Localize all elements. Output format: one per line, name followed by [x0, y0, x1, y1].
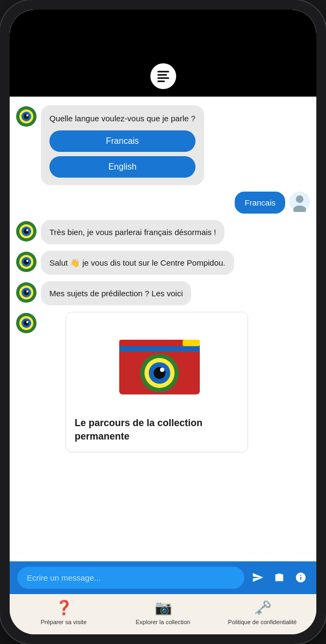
camera-nav-icon: 📷: [155, 599, 172, 616]
svg-point-27: [26, 321, 28, 323]
app-logo: [150, 63, 176, 89]
user-avatar: [289, 192, 310, 212]
send-button[interactable]: [250, 569, 266, 586]
phone-frame: Quelle langue voulez-vous que je parle ?…: [0, 0, 326, 644]
nav-item-politique[interactable]: 🗝️ Politique de confidentialité: [213, 599, 312, 626]
key-icon: 🗝️: [254, 599, 271, 616]
svg-point-17: [26, 260, 28, 262]
camera-button[interactable]: [271, 569, 287, 586]
nav-label-politique: Politique de confidentialité: [228, 618, 297, 626]
nav-label-visite: Préparer sa visite: [41, 618, 87, 626]
bot-message-tresbien: Très bien, je vous parlerai français dés…: [16, 220, 310, 244]
bubble-sujets: Mes sujets de prédilection ? Les voici: [41, 281, 191, 305]
bot-message-salut: Salut 👋 je vous dis tout sur le Centre P…: [16, 251, 310, 275]
language-question: Quelle langue voulez-vous que je parle ?: [49, 113, 195, 124]
message-input[interactable]: [17, 567, 244, 589]
chat-area: Quelle langue voulez-vous que je parle ?…: [10, 97, 316, 561]
english-button[interactable]: English: [49, 156, 195, 178]
user-bubble-francais: Francais: [235, 192, 285, 214]
svg-point-22: [26, 290, 28, 292]
svg-point-4: [26, 114, 28, 116]
bot-avatar-4: [16, 282, 37, 303]
svg-rect-30: [119, 346, 200, 352]
svg-point-26: [24, 320, 29, 326]
svg-point-16: [24, 259, 29, 265]
send-icon: [252, 572, 264, 583]
language-bubble: Quelle langue voulez-vous que je parle ?…: [41, 105, 204, 185]
bot-message-sujets: Mes sujets de prédilection ? Les voici: [16, 281, 310, 305]
svg-point-36: [160, 368, 164, 372]
svg-point-11: [24, 229, 29, 234]
logo-line-1: [157, 71, 169, 72]
camera-icon: [273, 572, 285, 583]
svg-rect-31: [183, 340, 200, 346]
phone-screen: Quelle langue voulez-vous que je parle ?…: [10, 10, 316, 634]
app-icon-bar: [10, 58, 316, 97]
info-button[interactable]: [293, 569, 309, 586]
francais-button[interactable]: Francais: [49, 130, 195, 152]
camera-illustration: [103, 319, 211, 402]
bottom-nav: ❓ Préparer sa visite 📷 Explorer la colle…: [10, 594, 316, 634]
question-mark-icon: ❓: [55, 599, 73, 616]
bubble-salut: Salut 👋 je vous dis tout sur le Centre P…: [41, 251, 234, 275]
logo-line-4: [157, 80, 165, 82]
info-icon: [295, 572, 307, 583]
logo-line-2: [157, 74, 167, 76]
card-row: Le parcours de la collection permanente: [16, 312, 310, 452]
bubble-tresben: Très bien, je vous parlerai français dés…: [41, 220, 224, 244]
user-message-francais: Francais: [16, 192, 310, 214]
svg-point-3: [24, 114, 29, 119]
svg-point-6: [296, 195, 303, 203]
bot-message-language: Quelle langue voulez-vous que je parle ?…: [16, 105, 310, 185]
nav-item-visite[interactable]: ❓ Préparer sa visite: [14, 599, 113, 626]
bot-avatar-2: [16, 221, 37, 241]
svg-point-12: [26, 229, 28, 231]
bot-avatar: [16, 106, 37, 127]
collection-card[interactable]: Le parcours de la collection permanente: [66, 312, 248, 452]
status-bar: [10, 10, 316, 58]
svg-point-21: [24, 290, 29, 295]
nav-label-collection: Explorer la collection: [136, 618, 191, 626]
card-image: [66, 312, 248, 409]
nav-item-collection[interactable]: 📷 Explorer la collection: [113, 599, 213, 626]
logo-line-3: [157, 77, 169, 79]
logo-lines: [157, 71, 169, 82]
input-bar: [10, 561, 316, 594]
bot-avatar-3: [16, 252, 37, 272]
bot-avatar-5: [16, 313, 37, 333]
card-text: Le parcours de la collection permanente: [66, 409, 248, 452]
